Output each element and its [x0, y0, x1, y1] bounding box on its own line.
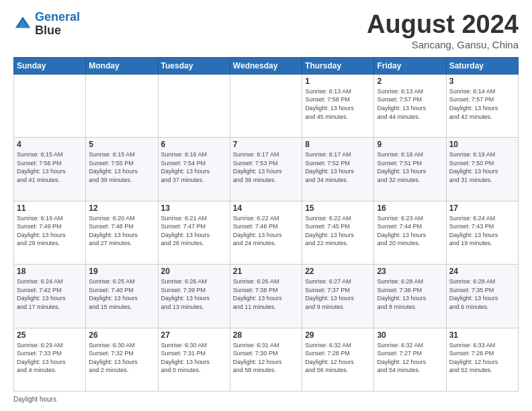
day-number: 28	[233, 330, 299, 340]
day-number: 26	[89, 330, 154, 340]
day-info: Sunrise: 6:22 AM Sunset: 7:45 PM Dayligh…	[305, 214, 371, 248]
week-row-5: 25Sunrise: 6:29 AM Sunset: 7:33 PM Dayli…	[14, 328, 519, 391]
calendar-cell: 18Sunrise: 6:24 AM Sunset: 7:42 PM Dayli…	[14, 265, 86, 328]
day-info: Sunrise: 6:13 AM Sunset: 7:57 PM Dayligh…	[377, 87, 443, 121]
day-number: 12	[89, 203, 154, 213]
day-info: Sunrise: 6:18 AM Sunset: 7:51 PM Dayligh…	[377, 150, 443, 184]
day-number: 24	[449, 267, 515, 276]
day-info: Sunrise: 6:33 AM Sunset: 7:26 PM Dayligh…	[449, 341, 515, 375]
logo: General Blue	[13, 11, 80, 38]
day-number: 21	[233, 267, 299, 276]
day-number: 8	[305, 140, 371, 149]
day-info: Sunrise: 6:19 AM Sunset: 7:50 PM Dayligh…	[449, 150, 515, 184]
day-info: Sunrise: 6:30 AM Sunset: 7:32 PM Dayligh…	[89, 341, 154, 375]
calendar-cell: 26Sunrise: 6:30 AM Sunset: 7:32 PM Dayli…	[86, 328, 158, 391]
day-info: Sunrise: 6:26 AM Sunset: 7:39 PM Dayligh…	[161, 277, 227, 311]
calendar-cell: 30Sunrise: 6:32 AM Sunset: 7:27 PM Dayli…	[374, 328, 446, 391]
day-number: 7	[233, 140, 299, 149]
calendar-cell: 6Sunrise: 6:16 AM Sunset: 7:54 PM Daylig…	[158, 138, 230, 201]
day-number: 27	[161, 330, 227, 340]
day-info: Sunrise: 6:20 AM Sunset: 7:48 PM Dayligh…	[89, 214, 154, 248]
day-number: 2	[377, 77, 443, 86]
title-block: August 2024 Sancang, Gansu, China	[367, 11, 519, 50]
week-row-2: 4Sunrise: 6:15 AM Sunset: 7:56 PM Daylig…	[14, 138, 519, 201]
week-row-1: 1Sunrise: 6:13 AM Sunset: 7:58 PM Daylig…	[14, 74, 519, 137]
calendar-cell: 25Sunrise: 6:29 AM Sunset: 7:33 PM Dayli…	[14, 328, 86, 391]
day-header-sunday: Sunday	[14, 57, 86, 74]
header-row: SundayMondayTuesdayWednesdayThursdayFrid…	[14, 57, 519, 74]
day-number: 18	[17, 267, 83, 276]
day-number: 4	[17, 140, 83, 149]
day-header-tuesday: Tuesday	[158, 57, 230, 74]
calendar-cell: 29Sunrise: 6:32 AM Sunset: 7:28 PM Dayli…	[302, 328, 374, 391]
subtitle: Sancang, Gansu, China	[367, 39, 519, 50]
header: General Blue August 2024 Sancang, Gansu,…	[13, 11, 519, 50]
day-number: 16	[377, 203, 443, 213]
calendar-cell: 13Sunrise: 6:21 AM Sunset: 7:47 PM Dayli…	[158, 201, 230, 264]
calendar-cell: 14Sunrise: 6:22 AM Sunset: 7:46 PM Dayli…	[230, 201, 302, 264]
day-info: Sunrise: 6:15 AM Sunset: 7:56 PM Dayligh…	[17, 150, 83, 184]
day-info: Sunrise: 6:23 AM Sunset: 7:44 PM Dayligh…	[377, 214, 443, 248]
month-title: August 2024	[367, 11, 519, 39]
calendar-cell: 16Sunrise: 6:23 AM Sunset: 7:44 PM Dayli…	[374, 201, 446, 264]
calendar-cell	[158, 74, 230, 137]
calendar-cell: 5Sunrise: 6:15 AM Sunset: 7:55 PM Daylig…	[86, 138, 158, 201]
calendar-cell: 31Sunrise: 6:33 AM Sunset: 7:26 PM Dayli…	[446, 328, 518, 391]
day-info: Sunrise: 6:32 AM Sunset: 7:28 PM Dayligh…	[305, 341, 371, 375]
calendar-cell: 9Sunrise: 6:18 AM Sunset: 7:51 PM Daylig…	[374, 138, 446, 201]
day-number: 11	[17, 203, 83, 213]
calendar-cell: 7Sunrise: 6:17 AM Sunset: 7:53 PM Daylig…	[230, 138, 302, 201]
calendar-cell: 27Sunrise: 6:30 AM Sunset: 7:31 PM Dayli…	[158, 328, 230, 391]
day-number: 30	[377, 330, 443, 340]
day-info: Sunrise: 6:28 AM Sunset: 7:35 PM Dayligh…	[449, 277, 515, 311]
day-number: 20	[161, 267, 227, 276]
day-info: Sunrise: 6:19 AM Sunset: 7:49 PM Dayligh…	[17, 214, 83, 248]
calendar-cell	[230, 74, 302, 137]
calendar-cell: 10Sunrise: 6:19 AM Sunset: 7:50 PM Dayli…	[446, 138, 518, 201]
logo-line1: General	[35, 10, 80, 24]
calendar-cell: 22Sunrise: 6:27 AM Sunset: 7:37 PM Dayli…	[302, 265, 374, 328]
day-info: Sunrise: 6:13 AM Sunset: 7:58 PM Dayligh…	[305, 87, 371, 121]
logo-line2: Blue	[35, 24, 80, 38]
day-info: Sunrise: 6:27 AM Sunset: 7:37 PM Dayligh…	[305, 277, 371, 311]
day-number: 14	[233, 203, 299, 213]
calendar-cell: 21Sunrise: 6:26 AM Sunset: 7:38 PM Dayli…	[230, 265, 302, 328]
day-info: Sunrise: 6:21 AM Sunset: 7:47 PM Dayligh…	[161, 214, 227, 248]
day-info: Sunrise: 6:31 AM Sunset: 7:30 PM Dayligh…	[233, 341, 299, 375]
day-info: Sunrise: 6:17 AM Sunset: 7:53 PM Dayligh…	[233, 150, 299, 184]
day-number: 13	[161, 203, 227, 213]
day-info: Sunrise: 6:17 AM Sunset: 7:52 PM Dayligh…	[305, 150, 371, 184]
calendar-cell: 15Sunrise: 6:22 AM Sunset: 7:45 PM Dayli…	[302, 201, 374, 264]
calendar-cell: 4Sunrise: 6:15 AM Sunset: 7:56 PM Daylig…	[14, 138, 86, 201]
calendar-cell: 17Sunrise: 6:24 AM Sunset: 7:43 PM Dayli…	[446, 201, 518, 264]
footer: Daylight hours	[13, 396, 519, 403]
day-number: 22	[305, 267, 371, 276]
day-header-friday: Friday	[374, 57, 446, 74]
day-header-thursday: Thursday	[302, 57, 374, 74]
day-info: Sunrise: 6:26 AM Sunset: 7:38 PM Dayligh…	[233, 277, 299, 311]
calendar-cell: 20Sunrise: 6:26 AM Sunset: 7:39 PM Dayli…	[158, 265, 230, 328]
day-info: Sunrise: 6:28 AM Sunset: 7:36 PM Dayligh…	[377, 277, 443, 311]
day-info: Sunrise: 6:14 AM Sunset: 7:57 PM Dayligh…	[449, 87, 515, 121]
calendar-cell: 28Sunrise: 6:31 AM Sunset: 7:30 PM Dayli…	[230, 328, 302, 391]
calendar-cell: 24Sunrise: 6:28 AM Sunset: 7:35 PM Dayli…	[446, 265, 518, 328]
calendar-cell: 8Sunrise: 6:17 AM Sunset: 7:52 PM Daylig…	[302, 138, 374, 201]
logo-icon	[13, 15, 32, 34]
day-number: 29	[305, 330, 371, 340]
footer-label: Daylight hours	[13, 396, 56, 403]
day-number: 15	[305, 203, 371, 213]
week-row-4: 18Sunrise: 6:24 AM Sunset: 7:42 PM Dayli…	[14, 265, 519, 328]
calendar-cell: 11Sunrise: 6:19 AM Sunset: 7:49 PM Dayli…	[14, 201, 86, 264]
calendar-cell: 3Sunrise: 6:14 AM Sunset: 7:57 PM Daylig…	[446, 74, 518, 137]
day-number: 3	[449, 77, 515, 86]
day-number: 31	[449, 330, 515, 340]
day-header-monday: Monday	[86, 57, 158, 74]
day-number: 1	[305, 77, 371, 86]
day-number: 10	[449, 140, 515, 149]
calendar-cell: 19Sunrise: 6:25 AM Sunset: 7:40 PM Dayli…	[86, 265, 158, 328]
day-info: Sunrise: 6:25 AM Sunset: 7:40 PM Dayligh…	[89, 277, 154, 311]
calendar-cell	[86, 74, 158, 137]
calendar-cell: 1Sunrise: 6:13 AM Sunset: 7:58 PM Daylig…	[302, 74, 374, 137]
day-info: Sunrise: 6:22 AM Sunset: 7:46 PM Dayligh…	[233, 214, 299, 248]
calendar-cell: 2Sunrise: 6:13 AM Sunset: 7:57 PM Daylig…	[374, 74, 446, 137]
